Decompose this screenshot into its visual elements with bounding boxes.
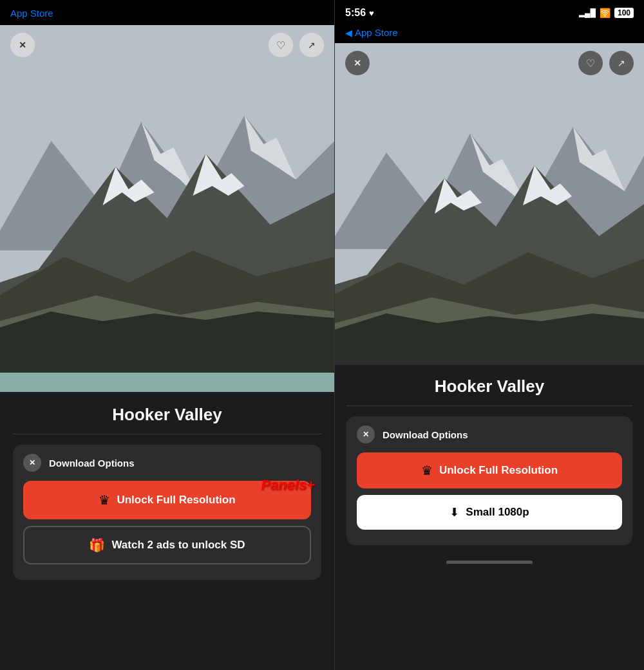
left-panel: App Store bbox=[0, 0, 335, 670]
right-mountain-image: ✕ ♡ ↗ bbox=[335, 43, 644, 365]
heart-icon: ♡ bbox=[276, 39, 285, 51]
wifi-icon: 🛜 bbox=[600, 8, 611, 18]
gift-icon: 🎁 bbox=[89, 537, 105, 553]
right-small-button[interactable]: ⬇ Small 1080p bbox=[357, 495, 622, 530]
left-watch-ads-label: Watch 2 ads to unlock SD bbox=[111, 539, 245, 552]
share-icon: ↗ bbox=[308, 40, 316, 50]
right-heart-button[interactable]: ♡ bbox=[578, 51, 603, 75]
battery-icon: 100 bbox=[614, 8, 634, 18]
right-unlock-label: Unlock Full Resolution bbox=[439, 464, 558, 477]
left-app-store-link[interactable]: App Store bbox=[10, 8, 53, 19]
right-close-icon: ✕ bbox=[354, 58, 361, 68]
right-unlock-button[interactable]: ♛ Unlock Full Resolution bbox=[357, 452, 622, 489]
home-indicator bbox=[446, 561, 533, 564]
right-download-card: ✕ Download Options ♛ Unlock Full Resolut… bbox=[346, 416, 632, 545]
right-share-icon: ↗ bbox=[618, 58, 625, 68]
panels-plus-badge: Panels+ bbox=[261, 477, 315, 494]
right-close-button[interactable]: ✕ bbox=[345, 51, 370, 75]
status-time: 5:56 ♥ bbox=[345, 7, 374, 19]
left-unlock-label: Unlock Full Resolution bbox=[117, 494, 235, 507]
left-close-button[interactable]: ✕ bbox=[10, 33, 35, 57]
right-x-circle-icon: ✕ bbox=[363, 430, 369, 439]
left-mountain-image: ✕ ♡ ↗ bbox=[0, 25, 334, 392]
x-circle-icon: ✕ bbox=[29, 458, 35, 467]
left-download-header: ✕ Download Options bbox=[23, 454, 311, 472]
crown-icon: ♛ bbox=[99, 492, 110, 508]
right-download-header: ✕ Download Options bbox=[357, 425, 622, 443]
left-divider bbox=[13, 434, 321, 434]
left-image-overlay: ✕ ♡ ↗ bbox=[0, 33, 334, 57]
left-heart-button[interactable]: ♡ bbox=[269, 33, 293, 57]
right-download-label: Download Options bbox=[383, 429, 468, 440]
left-download-label: Download Options bbox=[49, 458, 135, 469]
status-bar: 5:56 ♥ ▂▄█ 🛜 100 bbox=[335, 0, 644, 23]
status-heart-icon: ♥ bbox=[369, 8, 374, 18]
left-share-button[interactable]: ↗ bbox=[299, 33, 324, 57]
left-location-title: Hooker Valley bbox=[112, 405, 222, 425]
left-unlock-button[interactable]: ♛ Unlock Full Resolution Panels+ bbox=[23, 481, 311, 519]
left-action-icons: ♡ ↗ bbox=[269, 33, 324, 57]
left-bottom-panel: Hooker Valley ✕ Download Options ♛ Unloc… bbox=[0, 392, 334, 670]
time-display: 5:56 bbox=[345, 7, 366, 19]
right-crown-icon: ♛ bbox=[421, 463, 433, 478]
right-divider bbox=[346, 405, 632, 406]
right-download-close[interactable]: ✕ bbox=[357, 425, 375, 443]
left-image-container: ✕ ♡ ↗ bbox=[0, 25, 334, 392]
right-bottom-panel: Hooker Valley ✕ Download Options ♛ Unloc… bbox=[335, 365, 644, 670]
left-download-card: ✕ Download Options ♛ Unlock Full Resolut… bbox=[13, 445, 321, 580]
right-heart-icon: ♡ bbox=[586, 57, 595, 70]
left-app-store-header: App Store bbox=[0, 0, 334, 25]
signal-icon: ▂▄█ bbox=[579, 8, 596, 17]
close-icon: ✕ bbox=[19, 40, 26, 50]
right-image-overlay: ✕ ♡ ↗ bbox=[335, 51, 644, 75]
status-icons: ▂▄█ 🛜 100 bbox=[579, 8, 634, 18]
right-image-container: ✕ ♡ ↗ bbox=[335, 43, 644, 365]
right-download-icon: ⬇ bbox=[450, 505, 459, 519]
back-arrow-icon: ◀ bbox=[345, 28, 352, 38]
right-app-store-link[interactable]: App Store bbox=[355, 27, 398, 38]
right-small-label: Small 1080p bbox=[466, 506, 529, 519]
right-share-button[interactable]: ↗ bbox=[609, 51, 634, 75]
right-action-icons: ♡ ↗ bbox=[578, 51, 634, 75]
left-download-close[interactable]: ✕ bbox=[23, 454, 41, 472]
right-app-store-header: ◀ App Store bbox=[335, 23, 644, 43]
svg-marker-24 bbox=[335, 313, 644, 365]
right-location-title: Hooker Valley bbox=[435, 377, 545, 396]
left-watch-ads-button[interactable]: 🎁 Watch 2 ads to unlock SD bbox=[23, 526, 311, 564]
right-panel: 5:56 ♥ ▂▄█ 🛜 100 ◀ App Store bbox=[335, 0, 644, 670]
svg-marker-13 bbox=[0, 312, 334, 373]
